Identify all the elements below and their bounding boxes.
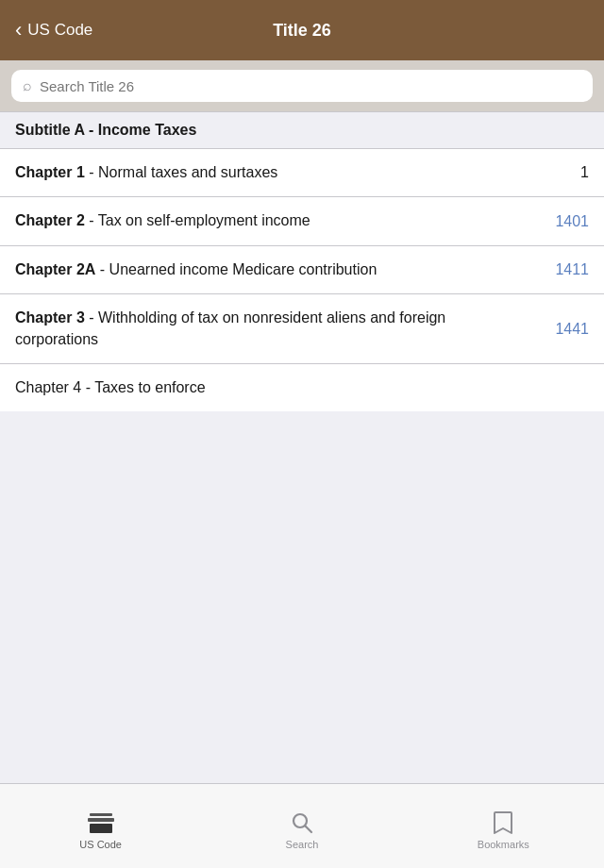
- back-button[interactable]: ‹ US Code: [15, 20, 92, 41]
- chapter-2-num: Chapter 2: [15, 212, 85, 228]
- tab-bookmarks-label: Bookmarks: [478, 839, 529, 850]
- bookmarks-tab-icon: [489, 810, 517, 835]
- page-title: Title 26: [273, 21, 331, 41]
- book-stack-icon: [87, 810, 115, 835]
- app-header: ‹ US Code Title 26: [0, 0, 604, 60]
- tab-bookmarks[interactable]: Bookmarks: [403, 803, 604, 850]
- us-code-tab-icon: [87, 810, 115, 835]
- chapter-list: Chapter 1 - Normal taxes and surtaxes 1 …: [0, 149, 604, 411]
- back-chevron-icon: ‹: [15, 20, 22, 41]
- chapter-2-text: Chapter 2 - Tax on self-employment incom…: [15, 210, 532, 231]
- chapter-3-num: Chapter 3: [15, 309, 85, 326]
- svg-line-4: [305, 826, 311, 832]
- back-label: US Code: [27, 21, 92, 40]
- chapter-4-text: Chapter 4 - Taxes to enforce: [15, 377, 589, 398]
- tab-us-code-label: US Code: [79, 839, 122, 850]
- svg-rect-1: [88, 818, 114, 822]
- chapter-1-desc: - Normal taxes and surtaxes: [85, 164, 278, 180]
- chapter-2a-num: Chapter 2A: [15, 261, 95, 277]
- chapter-2a-text: Chapter 2A - Unearned income Medicare co…: [15, 259, 532, 280]
- search-bar-container: ⌕: [0, 60, 604, 111]
- chapter-1-num: Chapter 1: [15, 164, 85, 180]
- tab-us-code[interactable]: US Code: [0, 803, 201, 850]
- search-input[interactable]: [40, 78, 581, 94]
- tab-search[interactable]: Search: [201, 803, 402, 850]
- search-bar[interactable]: ⌕: [11, 70, 593, 102]
- chapter-2a-section: 1411: [542, 261, 589, 278]
- search-icon: ⌕: [23, 77, 32, 94]
- bookmarks-svg-icon: [493, 810, 513, 835]
- chapter-1-section: 1: [542, 164, 589, 181]
- tab-bar: US Code Search Bookmarks: [0, 783, 604, 868]
- chapter-2-desc: - Tax on self-employment income: [85, 212, 310, 228]
- search-tab-svg-icon: [290, 810, 314, 835]
- chapter-2a-desc: - Unearned income Medicare contribution: [95, 261, 377, 277]
- chapter-item-2a[interactable]: Chapter 2A - Unearned income Medicare co…: [0, 246, 604, 294]
- chapter-3-text: Chapter 3 - Withholding of tax on nonres…: [15, 308, 532, 350]
- search-tab-icon: [288, 810, 316, 835]
- chapter-2-section: 1401: [542, 213, 589, 230]
- chapter-1-text: Chapter 1 - Normal taxes and surtaxes: [15, 162, 532, 183]
- chapter-item-4-partial[interactable]: Chapter 4 - Taxes to enforce: [0, 364, 604, 411]
- chapter-4-desc: - Taxes to enforce: [81, 379, 205, 395]
- svg-rect-0: [90, 813, 112, 816]
- svg-rect-2: [90, 824, 112, 833]
- chapter-item-1[interactable]: Chapter 1 - Normal taxes and surtaxes 1: [0, 149, 604, 197]
- chapter-3-section: 1441: [542, 321, 589, 338]
- subtitle-header: Subtitle A - Income Taxes: [0, 111, 604, 149]
- chapter-4-num: Chapter 4: [15, 379, 81, 395]
- chapter-item-3[interactable]: Chapter 3 - Withholding of tax on nonres…: [0, 294, 604, 364]
- tab-search-label: Search: [286, 839, 319, 850]
- chapter-item-2[interactable]: Chapter 2 - Tax on self-employment incom…: [0, 197, 604, 245]
- subtitle-label: Subtitle A - Income Taxes: [15, 122, 196, 138]
